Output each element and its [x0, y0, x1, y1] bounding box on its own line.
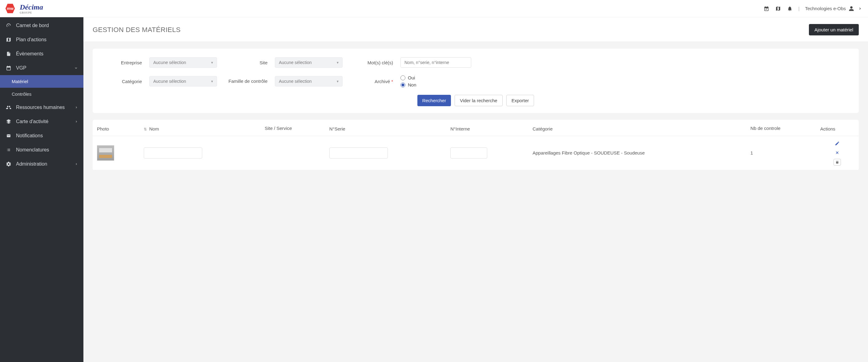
famille-select[interactable]: Aucune sélection ▼: [275, 76, 343, 87]
archive-radio-oui-input[interactable]: [400, 76, 405, 80]
export-button[interactable]: Exporter: [506, 95, 534, 106]
calendar-check-icon[interactable]: [763, 5, 770, 12]
logo-app-icon[interactable]: mw: [5, 3, 16, 14]
sidebar-item-label: Évènements: [16, 51, 43, 57]
chevron-right-icon: [857, 5, 863, 12]
filter-label-site: Site: [224, 60, 268, 65]
entreprise-select[interactable]: Aucune sélection ▼: [149, 57, 217, 68]
col-site-service: Site / Service: [260, 120, 325, 136]
archive-icon[interactable]: [834, 159, 841, 165]
dashboard-icon: [5, 23, 12, 28]
topbar-right: | Technologies e-Obs: [763, 5, 863, 12]
sidebar-subitem-controles[interactable]: Contrôles: [0, 88, 84, 100]
filters-panel: Entreprise Aucune sélection ▼ Site Aucun…: [93, 49, 859, 113]
nom-input[interactable]: [144, 147, 202, 158]
cell-actions: [816, 136, 859, 170]
calendar-icon: [5, 65, 12, 71]
radio-label: Non: [408, 82, 416, 87]
bell-icon[interactable]: [787, 5, 793, 12]
user-menu[interactable]: Technologies e-Obs: [805, 5, 863, 12]
sidebar-item-label: Ressources humaines: [16, 105, 65, 110]
cell-photo: [93, 136, 140, 170]
archive-radio-oui[interactable]: Oui: [400, 75, 468, 80]
logo-brand[interactable]: DécimaGROUPE: [20, 3, 43, 14]
cell-nom: [140, 136, 260, 170]
add-material-button[interactable]: Ajouter un matériel: [809, 24, 859, 35]
chevron-down-icon: [74, 66, 78, 70]
select-value: Aucune sélection: [279, 79, 312, 84]
edit-icon[interactable]: [834, 140, 840, 147]
caret-down-icon: ▼: [211, 61, 214, 64]
separator: |: [799, 6, 800, 11]
filter-label-famille: Famille de contrôle: [224, 78, 268, 84]
cell-categorie: Appareillages Fibre Optique - SOUDEUSE -…: [528, 136, 746, 170]
sidebar-item-carte-activite[interactable]: Carte d'activité: [0, 115, 84, 129]
col-label: Nom: [149, 126, 159, 131]
table-row: Appareillages Fibre Optique - SOUDEUSE -…: [93, 136, 859, 170]
caret-down-icon: ▼: [211, 80, 214, 83]
sidebar-item-label: Contrôles: [12, 91, 31, 97]
col-categorie: Catégorie: [528, 120, 746, 136]
sidebar-item-notifications[interactable]: Notifications: [0, 129, 84, 143]
keywords-input[interactable]: [400, 57, 471, 68]
sidebar-item-carnet-de-bord[interactable]: Carnet de bord: [0, 19, 84, 33]
sidebar-item-label: Notifications: [16, 133, 43, 139]
cell-nb-controle: 1: [746, 136, 816, 170]
caret-down-icon: ▼: [336, 61, 339, 64]
chevron-right-icon: [75, 120, 78, 123]
cell-nserie: [325, 136, 446, 170]
sidebar-item-nomenclatures[interactable]: Nomenclatures: [0, 143, 84, 157]
material-thumbnail[interactable]: [97, 145, 114, 161]
layers-icon: [5, 119, 12, 124]
archive-radio-group: Oui Non: [400, 75, 468, 87]
user-name: Technologies e-Obs: [805, 6, 846, 11]
sidebar: Carnet de bord Plan d'actions Évènements…: [0, 17, 84, 362]
sidebar-item-label: VGP: [16, 65, 27, 71]
topbar-left: mw DécimaGROUPE: [5, 3, 43, 14]
mail-icon: [5, 133, 12, 138]
select-value: Aucune sélection: [153, 79, 186, 84]
chevron-right-icon: [75, 106, 78, 109]
users-icon: [5, 105, 12, 110]
select-value: Aucune sélection: [153, 60, 186, 65]
list-icon: [5, 148, 12, 152]
col-nom[interactable]: ⇅ Nom: [140, 120, 260, 136]
archive-radio-non-input[interactable]: [400, 83, 405, 87]
close-icon[interactable]: [834, 150, 840, 156]
ninterne-input[interactable]: [450, 147, 487, 158]
page-title: GESTION DES MATÉRIELS: [93, 26, 181, 34]
filter-label-archive: Archivé: [350, 79, 393, 84]
search-button[interactable]: Rechercher: [417, 95, 451, 106]
sidebar-item-label: Nomenclatures: [16, 147, 49, 153]
clear-search-button[interactable]: Vider la recherche: [455, 95, 502, 106]
materials-table: Photo ⇅ Nom Site / Service N°Serie N°Int…: [93, 120, 859, 170]
sidebar-item-evenements[interactable]: Évènements: [0, 47, 84, 61]
results-table-card: Photo ⇅ Nom Site / Service N°Serie N°Int…: [93, 120, 859, 170]
gear-icon: [5, 161, 12, 167]
file-icon: [5, 51, 12, 57]
map-icon[interactable]: [775, 5, 781, 12]
col-photo: Photo: [93, 120, 140, 136]
sidebar-item-administration[interactable]: Administration: [0, 157, 84, 171]
filter-label-entreprise: Entreprise: [105, 60, 142, 65]
page-header: GESTION DES MATÉRIELS Ajouter un matérie…: [84, 17, 868, 42]
sidebar-item-label: Administration: [16, 161, 47, 167]
filter-label-keywords: Mot(s) clé(s): [350, 60, 393, 65]
user-icon: [848, 5, 855, 12]
radio-label: Oui: [408, 75, 415, 80]
sort-icon: ⇅: [144, 127, 147, 131]
topbar: mw DécimaGROUPE | Technologies e-Obs: [0, 0, 868, 17]
sidebar-item-vgp[interactable]: VGP: [0, 61, 84, 75]
categorie-select[interactable]: Aucune sélection ▼: [149, 76, 217, 87]
site-select[interactable]: Aucune sélection ▼: [275, 57, 343, 68]
main-content: GESTION DES MATÉRIELS Ajouter un matérie…: [84, 17, 868, 362]
sidebar-item-rh[interactable]: Ressources humaines: [0, 100, 84, 115]
sidebar-subitem-materiel[interactable]: Matériel: [0, 75, 84, 88]
nserie-input[interactable]: [329, 147, 388, 158]
sidebar-item-label: Matériel: [12, 79, 28, 84]
sidebar-item-plan-actions[interactable]: Plan d'actions: [0, 33, 84, 47]
archive-radio-non[interactable]: Non: [400, 82, 468, 87]
chevron-right-icon: [75, 162, 78, 165]
table-header-row: Photo ⇅ Nom Site / Service N°Serie N°Int…: [93, 120, 859, 136]
col-nserie: N°Serie: [325, 120, 446, 136]
